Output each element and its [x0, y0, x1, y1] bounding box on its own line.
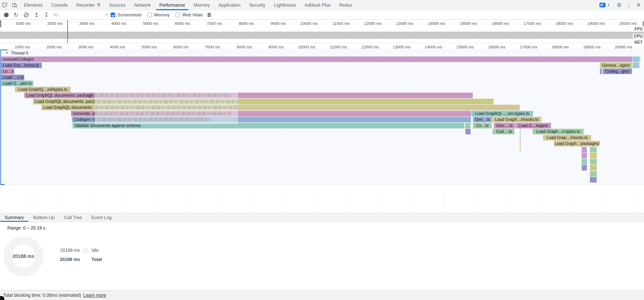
flame-bar[interactable] [590, 177, 597, 183]
flamechart-gridline [190, 50, 190, 212]
overview-tick-label: 13000 ms [378, 21, 414, 26]
flame-bar[interactable] [582, 153, 587, 158]
flame-bar[interactable] [632, 57, 639, 62]
tab-lighthouse[interactable]: Lighthouse [270, 0, 300, 10]
flame-bar[interactable] [590, 165, 597, 170]
flame-bar-load-s-ts[interactable]: Load …s.ts [1, 75, 24, 80]
overview-window-marker[interactable] [68, 20, 68, 43]
flamechart-gridline [254, 50, 254, 212]
flame-bar-load-gra-hema-ts[interactable]: Load Gra…hema.ts [1, 63, 42, 68]
flame-bar-load-graph-packages[interactable]: Load Graph…packages/ [554, 141, 600, 146]
tab-label: Application [218, 3, 240, 8]
record-button[interactable] [4, 13, 8, 17]
flame-bar-cod-ts[interactable]: Cod.…ts [494, 129, 514, 134]
screenshots-checkbox[interactable] [111, 13, 115, 17]
flame-bar-load-graph-n-types-ts[interactable]: Load Graph…n-types.ts [532, 129, 584, 134]
flame-bar[interactable] [590, 147, 597, 153]
flame-bar-load-graph-mocks-ts[interactable]: Load Graph…/mocks.ts [492, 117, 542, 122]
flame-bar-label: Load Gra…hema.ts [1, 63, 39, 68]
flame-bar[interactable] [600, 69, 602, 74]
flame-bar-label: Co…ts [476, 123, 488, 128]
web-vitals-checkbox[interactable] [176, 13, 180, 17]
device-toolbar-icon[interactable] [10, 0, 20, 10]
save-profile-icon[interactable]: ↧ [44, 12, 49, 18]
summary-donut-hole: 20188 ms [12, 244, 35, 268]
details-tab-bottom-up[interactable]: Bottom-Up [28, 213, 59, 222]
flame-bar-co-ts[interactable]: Co…ts [473, 123, 492, 128]
flame-bar-gen-ts[interactable]: Gen.…ts [494, 123, 515, 128]
flame-bar[interactable] [582, 159, 587, 165]
checkbox-screenshots[interactable]: Screenshots [111, 13, 142, 18]
profile-history-select[interactable]: #1 ▼ [54, 13, 108, 17]
flame-bar[interactable] [632, 63, 639, 68]
tab-recorder[interactable]: Recorder⚗ [72, 0, 105, 10]
flame-bar[interactable] [582, 165, 587, 170]
flame-bar[interactable] [493, 129, 494, 134]
flame-bar-codeg-ges[interactable]: Codeg…ges/ [603, 69, 632, 74]
tab-console[interactable]: Console [47, 0, 72, 10]
flame-bar[interactable] [520, 147, 520, 153]
tab-label: Lighthouse [274, 3, 296, 8]
flame-bar-gen-ts[interactable]: Gen…ts [473, 117, 492, 122]
flame-bar-load-graphql-urn-types-ts[interactable]: Load GraphQL …urn-types.ts [471, 111, 533, 116]
tab-memory[interactable]: Memory [190, 0, 214, 10]
flame-bar-genera-ages[interactable]: Genera…ages/ [600, 63, 632, 68]
flame-bar-load-graphq-ed-types-ts[interactable]: Load GraphQ…ed/types.ts [15, 87, 70, 92]
garbage-collect-icon[interactable] [207, 12, 212, 18]
flame-bar-load-g-kages[interactable]: Load G…kages/ [516, 123, 551, 128]
flame-bar[interactable] [590, 159, 597, 165]
tab-security[interactable]: Security [245, 0, 270, 10]
overview-tick-label: 12000 ms [346, 21, 382, 26]
flamechart-gridline [285, 50, 286, 212]
load-profile-icon[interactable]: ↥ [34, 12, 39, 18]
flame-bar[interactable] [520, 129, 520, 134]
flame-bar[interactable] [590, 171, 597, 177]
tab-application[interactable]: Application [214, 0, 245, 10]
overview-tick-label: 5000 ms [122, 21, 158, 26]
details-tab-event-log[interactable]: Event Log [87, 213, 116, 222]
tab-redux[interactable]: Redux [335, 0, 356, 10]
settings-gear-icon[interactable]: ⚙ [617, 2, 622, 8]
learn-more-link[interactable]: Learn more [84, 293, 106, 298]
legend-label: Total [92, 257, 102, 262]
clear-recording-icon[interactable] [24, 13, 28, 17]
flame-bar-load-grap-mocks-ts[interactable]: Load Grap…/mocks.ts [543, 135, 591, 140]
flame-bar[interactable] [520, 135, 520, 140]
flame-bar-load-g-pes-ts[interactable]: Load G…pes.ts [1, 81, 33, 86]
flame-bar[interactable] [520, 141, 520, 146]
flame-bar-load-graphql-documents-package[interactable]: Load GraphQL documents: package [24, 93, 473, 98]
tab-performance[interactable]: Performance [155, 0, 190, 10]
overview-tick-label: 19000 ms [569, 21, 605, 26]
flame-bar[interactable] [582, 147, 587, 153]
tab-sources[interactable]: Sources [105, 0, 130, 10]
details-tab-call-tree[interactable]: Call Tree [59, 213, 86, 222]
summary-panel: Range: 0 – 20.19 s 20188 ms 20188 msIdle… [0, 222, 644, 290]
overview-right-handle[interactable] [642, 21, 644, 26]
issues-button[interactable]: 3 [597, 2, 612, 9]
tab-adblock-plus[interactable]: Adblock Plus [300, 0, 335, 10]
inspect-element-icon[interactable] [0, 0, 10, 10]
overview-left-handle[interactable] [0, 20, 1, 27]
tab-network[interactable]: Network [130, 0, 155, 10]
flame-bar-lo-s[interactable]: Lo…s [1, 69, 14, 74]
flame-bar-label: Lo…s [1, 69, 14, 74]
kebab-menu-icon[interactable]: ⋮ [626, 2, 632, 8]
memory-checkbox[interactable] [147, 13, 152, 17]
thread-header[interactable]: ▼ Thread 0 [6, 51, 28, 56]
flamechart-area[interactable]: ▼ Thread 0 executeCodegenLoad Gra…hema.t… [0, 50, 644, 212]
flame-bar[interactable] [466, 129, 470, 134]
checkbox-memory[interactable]: Memory [147, 13, 170, 18]
tab-elements[interactable]: Elements [20, 0, 47, 10]
flame-bar-label: Load …s.ts [1, 75, 24, 80]
flame-bar-executecodegen[interactable]: executeCodegen [1, 57, 632, 62]
timeline-overview[interactable]: 1000 ms2000 ms3000 ms4000 ms5000 ms6000 … [0, 20, 644, 45]
overview-tick-label: 18000 ms [537, 21, 573, 26]
close-devtools-icon[interactable]: ✕ [636, 2, 641, 8]
details-tab-summary[interactable]: Summary [0, 213, 28, 222]
reload-and-record-icon[interactable]: ↻ [14, 12, 18, 18]
flame-bar[interactable] [465, 123, 470, 128]
flame-bar[interactable] [590, 153, 597, 158]
flame-bar[interactable] [640, 57, 640, 62]
checkbox-web-vitals[interactable]: Web Vitals [176, 13, 203, 18]
screenshots-label: Screenshots [118, 13, 142, 18]
